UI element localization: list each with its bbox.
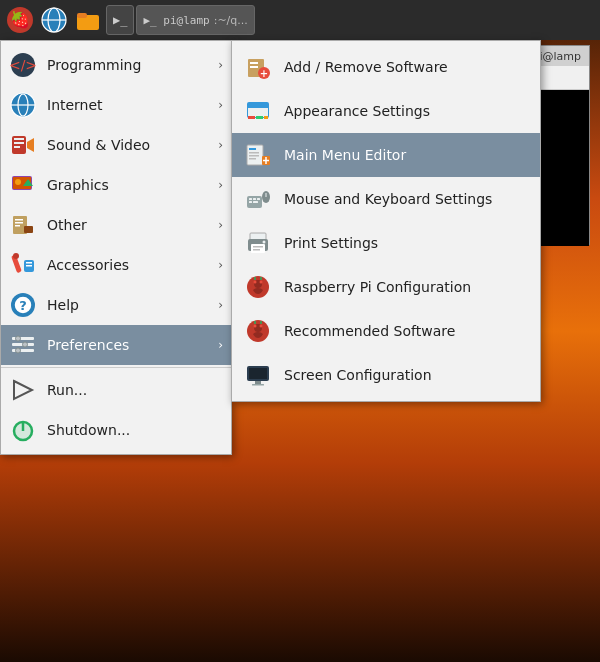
menu-item-graphics[interactable]: Graphics › xyxy=(1,165,231,205)
svg-rect-58 xyxy=(249,148,256,150)
svg-marker-42 xyxy=(14,381,32,399)
svg-text:?: ? xyxy=(19,298,27,313)
submenu-item-print-settings[interactable]: Print Settings xyxy=(232,221,540,265)
svg-rect-76 xyxy=(253,246,263,248)
svg-rect-31 xyxy=(26,262,32,264)
svg-rect-56 xyxy=(264,116,268,119)
add-remove-icon: + xyxy=(244,53,272,81)
recommended-icon xyxy=(244,317,272,345)
programming-icon: </> xyxy=(9,51,37,79)
appearance-icon xyxy=(244,97,272,125)
svg-point-41 xyxy=(16,348,21,353)
programming-label: Programming xyxy=(47,57,208,73)
menu-item-preferences[interactable]: Preferences › xyxy=(1,325,231,365)
folder-icon[interactable] xyxy=(72,4,104,36)
svg-rect-54 xyxy=(248,116,255,119)
submenu-item-rpi-config[interactable]: Raspberry Pi Configuration xyxy=(232,265,540,309)
help-icon: ? xyxy=(9,291,37,319)
run-label: Run... xyxy=(47,382,223,398)
svg-text:</>: </> xyxy=(10,57,36,73)
help-arrow: › xyxy=(218,298,223,312)
submenu-item-appearance[interactable]: Appearance Settings xyxy=(232,89,540,133)
globe-icon[interactable] xyxy=(38,4,70,36)
svg-text:🍓: 🍓 xyxy=(10,10,30,29)
menu-item-programming[interactable]: </> Programming › xyxy=(1,45,231,85)
svg-point-29 xyxy=(13,253,19,259)
internet-icon xyxy=(9,91,37,119)
svg-rect-61 xyxy=(249,158,256,160)
menu-separator xyxy=(1,367,231,368)
other-arrow: › xyxy=(218,218,223,232)
shutdown-icon xyxy=(9,416,37,444)
svg-rect-92 xyxy=(249,368,267,379)
sound-video-icon xyxy=(9,131,37,159)
sound-video-label: Sound & Video xyxy=(47,137,208,153)
main-menu-editor-label: Main Menu Editor xyxy=(284,147,406,163)
terminal2-taskbar-btn[interactable]: ▶_ pi@lamp :~/q... xyxy=(136,5,254,35)
terminal-taskbar-btn[interactable]: ▶_ xyxy=(106,5,134,35)
svg-point-82 xyxy=(260,281,263,284)
preferences-label: Preferences xyxy=(47,337,208,353)
svg-rect-26 xyxy=(15,225,20,227)
sound-video-arrow: › xyxy=(218,138,223,152)
svg-point-87 xyxy=(254,325,257,328)
svg-point-78 xyxy=(263,241,266,244)
add-remove-label: Add / Remove Software xyxy=(284,59,448,75)
svg-rect-15 xyxy=(14,138,24,140)
menu-item-run[interactable]: Run... xyxy=(1,370,231,410)
svg-rect-27 xyxy=(24,226,33,233)
terminal-btn-icon: ▶_ xyxy=(113,13,127,27)
menu-item-internet[interactable]: Internet › xyxy=(1,85,231,125)
run-icon xyxy=(9,376,37,404)
svg-point-81 xyxy=(254,281,257,284)
svg-rect-53 xyxy=(248,103,268,108)
graphics-label: Graphics xyxy=(47,177,208,193)
raspberry-pi-menu-button[interactable]: 🍓 xyxy=(4,4,36,36)
svg-rect-32 xyxy=(26,265,32,267)
accessories-label: Accessories xyxy=(47,257,208,273)
other-label: Other xyxy=(47,217,208,233)
submenu-item-mouse-keyboard[interactable]: Mouse and Keyboard Settings xyxy=(232,177,540,221)
submenu-item-recommended[interactable]: Recommended Software xyxy=(232,309,540,353)
submenu-item-main-menu-editor[interactable]: Main Menu Editor xyxy=(232,133,540,177)
svg-rect-17 xyxy=(14,146,20,148)
programming-arrow: › xyxy=(218,58,223,72)
preferences-arrow: › xyxy=(218,338,223,352)
svg-rect-66 xyxy=(249,198,252,200)
menu-item-shutdown[interactable]: Shutdown... xyxy=(1,410,231,450)
svg-rect-59 xyxy=(249,152,259,154)
svg-rect-69 xyxy=(249,201,252,203)
terminal2-btn-title: :~/q... xyxy=(214,14,248,27)
svg-rect-7 xyxy=(77,13,87,18)
recommended-label: Recommended Software xyxy=(284,323,455,339)
submenu-item-add-remove[interactable]: + Add / Remove Software xyxy=(232,45,540,89)
mouse-keyboard-icon xyxy=(244,185,272,213)
svg-rect-60 xyxy=(249,155,259,157)
print-settings-label: Print Settings xyxy=(284,235,378,251)
svg-rect-47 xyxy=(250,62,258,64)
menu-item-other[interactable]: Other › xyxy=(1,205,231,245)
svg-point-39 xyxy=(16,336,21,341)
svg-rect-55 xyxy=(256,116,263,119)
accessories-arrow: › xyxy=(218,258,223,272)
svg-point-88 xyxy=(260,325,263,328)
svg-point-21 xyxy=(15,179,21,185)
screen-config-icon xyxy=(244,361,272,389)
svg-rect-75 xyxy=(251,244,265,253)
preferences-submenu: + Add / Remove Software Appearance Setti… xyxy=(231,40,541,402)
svg-text:+: + xyxy=(260,68,268,79)
graphics-icon xyxy=(9,171,37,199)
svg-rect-48 xyxy=(250,66,258,68)
rpi-config-label: Raspberry Pi Configuration xyxy=(284,279,471,295)
menu-item-sound-video[interactable]: Sound & Video › xyxy=(1,125,231,165)
svg-rect-68 xyxy=(257,198,260,200)
main-menu-editor-icon xyxy=(244,141,272,169)
main-menu: </> Programming › Internet › xyxy=(0,40,232,455)
accessories-icon xyxy=(9,251,37,279)
menu-item-accessories[interactable]: Accessories › xyxy=(1,245,231,285)
svg-point-40 xyxy=(23,342,28,347)
svg-marker-18 xyxy=(27,138,34,152)
submenu-item-screen-config[interactable]: Screen Configuration xyxy=(232,353,540,397)
rpi-config-icon xyxy=(244,273,272,301)
menu-item-help[interactable]: ? Help › xyxy=(1,285,231,325)
